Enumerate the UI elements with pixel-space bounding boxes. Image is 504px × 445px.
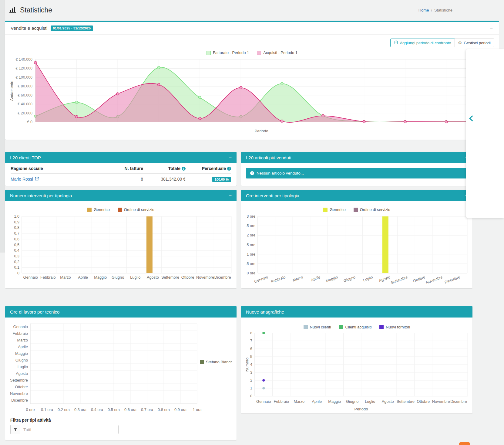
svg-text:0.5 ora: 0.5 ora bbox=[108, 407, 120, 412]
panel-articoli-venduti: I 20 articoli più venduti − i Nessun art… bbox=[241, 152, 472, 186]
floating-action-button[interactable] bbox=[459, 442, 470, 445]
svg-text:Aprile: Aprile bbox=[18, 345, 28, 349]
numero-interventi-chart: 1,00,90,80,70,60,50,40,30,20,10GennaioFe… bbox=[10, 215, 232, 286]
activity-type-filter-input[interactable] bbox=[20, 425, 119, 434]
svg-text:Dicembre: Dicembre bbox=[444, 275, 461, 284]
empty-articles-alert: i Nessun articolo venduto... bbox=[246, 168, 468, 178]
filter-button[interactable] bbox=[10, 425, 20, 434]
breadcrumb-home-link[interactable]: Home bbox=[418, 8, 429, 12]
collapse-panel-icon[interactable]: − bbox=[490, 26, 493, 31]
svg-text:0,1: 0,1 bbox=[14, 265, 19, 270]
svg-text:Ottobre: Ottobre bbox=[412, 275, 426, 283]
panel-clienti-header: I 20 clienti TOP − bbox=[5, 152, 237, 163]
legend-item[interactable]: Ordine di servizio bbox=[118, 207, 154, 212]
ore-lavoro-chart: 0 ore0.1 ora0.2 ora0.3 ora0.4 ora0.5 ora… bbox=[10, 322, 232, 414]
svg-text:Novembre: Novembre bbox=[196, 275, 214, 280]
svg-text:Numero: Numero bbox=[246, 358, 249, 372]
panel-numero-header: Numero interventi per tipologia − bbox=[5, 190, 237, 201]
collapse-panel-icon[interactable]: − bbox=[229, 193, 232, 198]
panel-ore-interventi-title: Ore interventi per tipologia bbox=[246, 193, 299, 198]
svg-text:Marzo: Marzo bbox=[60, 275, 71, 280]
legend-item[interactable]: Generico bbox=[323, 207, 346, 212]
svg-text:Settembre: Settembre bbox=[397, 399, 415, 404]
legend-swatch bbox=[354, 208, 358, 212]
chevron-left-icon[interactable] bbox=[468, 115, 474, 123]
legend-item[interactable]: Nuovi fornitori bbox=[379, 325, 410, 329]
legend-swatch bbox=[304, 325, 308, 329]
legend-swatch bbox=[87, 208, 92, 212]
svg-text:Luglio: Luglio bbox=[130, 275, 140, 280]
legend-item[interactable]: Clienti acquisiti bbox=[339, 325, 372, 329]
svg-text:7: 7 bbox=[250, 339, 252, 343]
svg-text:Stefano Bianchi: Stefano Bianchi bbox=[206, 360, 232, 364]
add-comparison-period-button[interactable]: Aggiungi periodo di confronto bbox=[390, 39, 455, 47]
svg-text:Dicembre: Dicembre bbox=[214, 275, 231, 280]
col-totale: Totalei bbox=[143, 163, 186, 174]
collapse-panel-icon[interactable]: − bbox=[465, 310, 468, 314]
page-header: Statistiche bbox=[9, 5, 52, 15]
svg-text:0,5: 0,5 bbox=[14, 243, 19, 247]
svg-text:€ 100.000: € 100.000 bbox=[15, 75, 32, 80]
svg-text:Novembre: Novembre bbox=[432, 399, 450, 404]
svg-text:0.9 ora: 0.9 ora bbox=[174, 407, 187, 412]
svg-text:Giugno: Giugno bbox=[343, 275, 356, 283]
svg-text:0: 0 bbox=[17, 271, 19, 275]
svg-text:Luglio: Luglio bbox=[362, 275, 373, 283]
panel-vendite-acquisti: Vendite e acquisti 01/01/2025 - 31/12/20… bbox=[5, 21, 499, 140]
svg-text:Gennaio: Gennaio bbox=[23, 275, 38, 280]
collapse-panel-icon[interactable]: − bbox=[229, 310, 232, 314]
cell-totale: 381.342,00 € bbox=[143, 174, 186, 185]
svg-text:Andamento: Andamento bbox=[9, 81, 14, 101]
legend-swatch bbox=[257, 51, 261, 55]
ore-interventi-chart: 3 ore2.5 ore2 ore1.5 ore1 ore0.5 ore0 or… bbox=[246, 215, 468, 286]
svg-text:Luglio: Luglio bbox=[365, 399, 375, 404]
manage-periods-button[interactable]: ⚙ Gestisci periodi bbox=[455, 39, 494, 47]
legend-item[interactable]: Acquisti - Periodo 1 bbox=[257, 50, 297, 55]
statistics-page: Statistiche Home / Statistiche Vendite e… bbox=[0, 0, 504, 445]
client-link[interactable]: Mario Rossi bbox=[11, 177, 39, 182]
panel-ore-lavoro: Ore di lavoro per tecnico − 0 ore0.1 ora… bbox=[5, 306, 237, 440]
svg-text:Aprile: Aprile bbox=[311, 275, 321, 282]
svg-text:5: 5 bbox=[250, 355, 252, 359]
svg-text:€ 60.000: € 60.000 bbox=[18, 93, 32, 97]
collapse-panel-icon[interactable]: − bbox=[229, 155, 232, 160]
table-row: Mario Rossi 8 381.342,00 € bbox=[11, 174, 231, 185]
legend-item[interactable]: Nuovi clienti bbox=[304, 325, 331, 329]
gear-icon: ⚙ bbox=[458, 41, 462, 45]
svg-text:2: 2 bbox=[250, 378, 252, 382]
legend-swatch bbox=[339, 325, 343, 329]
svg-text:Maggio: Maggio bbox=[94, 275, 107, 280]
svg-text:€ 20.000: € 20.000 bbox=[18, 111, 32, 115]
panel-ore-interventi: Ore interventi per tipologia − GenericoO… bbox=[241, 190, 472, 288]
legend-item[interactable]: Generico bbox=[87, 207, 110, 212]
svg-text:Marzo: Marzo bbox=[292, 275, 304, 283]
nuove-anagrafiche-chart: 876543210GennaioFebbraioMarzoAprileMaggi… bbox=[246, 332, 468, 413]
svg-text:0.3 ora: 0.3 ora bbox=[74, 407, 87, 412]
svg-text:Dicembre: Dicembre bbox=[11, 398, 28, 403]
col-percentuale: Percentualei bbox=[186, 163, 231, 174]
legend-swatch bbox=[323, 208, 328, 212]
legend-item[interactable]: Fatturato - Periodo 1 bbox=[207, 50, 249, 55]
info-icon[interactable]: i bbox=[182, 167, 186, 171]
svg-text:Febbraio: Febbraio bbox=[274, 399, 289, 404]
legend-swatch bbox=[207, 51, 211, 55]
svg-text:Febbraio: Febbraio bbox=[12, 331, 28, 336]
panel-vendite-title: Vendite e acquisti bbox=[11, 25, 48, 31]
svg-text:Marzo: Marzo bbox=[17, 338, 28, 342]
svg-text:3 ore: 3 ore bbox=[247, 215, 256, 219]
svg-text:0,4: 0,4 bbox=[14, 248, 19, 253]
svg-text:Ottobre: Ottobre bbox=[417, 399, 430, 404]
svg-text:0,2: 0,2 bbox=[14, 260, 19, 264]
legend-item[interactable]: Ordine di servizio bbox=[354, 207, 390, 212]
svg-text:8: 8 bbox=[250, 332, 252, 335]
svg-text:Gennaio: Gennaio bbox=[254, 275, 269, 284]
svg-text:0,6: 0,6 bbox=[14, 237, 19, 241]
funnel-icon bbox=[13, 428, 17, 432]
panel-anagrafiche-title: Nuove anagrafiche bbox=[246, 309, 284, 314]
svg-text:Agosto: Agosto bbox=[382, 399, 394, 404]
info-icon[interactable]: i bbox=[227, 167, 231, 171]
svg-text:Marzo: Marzo bbox=[294, 399, 304, 404]
svg-text:Giugno: Giugno bbox=[15, 358, 28, 362]
svg-text:Agosto: Agosto bbox=[378, 275, 391, 283]
svg-text:Settembre: Settembre bbox=[391, 275, 408, 285]
